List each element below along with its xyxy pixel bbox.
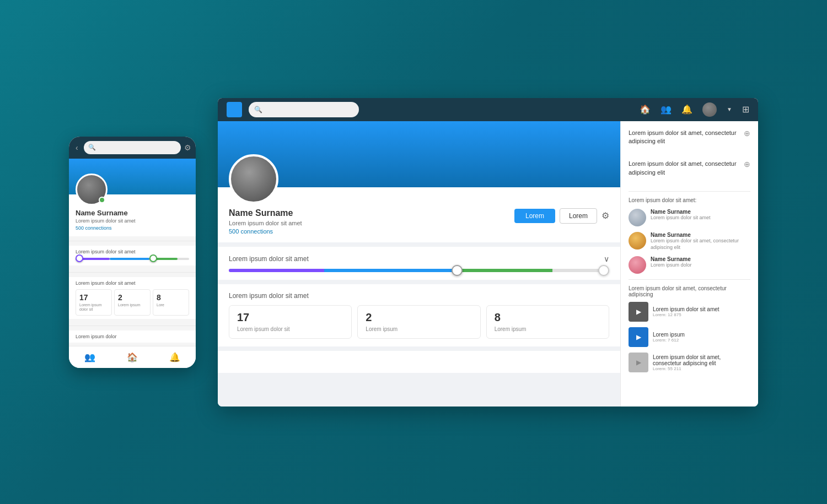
profile-cover-photo [218,121,620,187]
sidebar-person-avatar-2 [629,232,646,250]
sidebar-media-title-1: Lorem ipsum dolor sit amet [653,306,719,312]
mobile-slider-label: Lorem ipsum dolor sit amet [76,249,189,254]
desktop-dropdown-arrow[interactable]: ▼ [727,106,732,112]
scene: ‹ 🔍 ⚙ Name Surname Lorem ipsum dolor sit… [69,98,758,407]
sidebar-media-row-2: ▶ Lorem ipsum Lorem: 7 612 [629,327,750,347]
sidebar-person-name-3: Name Surname [651,256,692,262]
mobile-divider-2 [69,272,196,273]
mobile-nav-home-icon[interactable]: 🏠 [127,352,138,362]
mobile-device: ‹ 🔍 ⚙ Name Surname Lorem ipsum dolor sit… [69,137,196,368]
desktop-search-input[interactable] [266,106,343,113]
mobile-stat-box-3: 8 Lore [153,289,189,316]
desktop-nav-right: 🏠 👥 🔔 ▼ ⊞ [640,102,749,117]
mobile-stats-label: Lorem ipsum dolor sit amet [76,280,189,286]
slider-fill-green [457,269,552,272]
desktop-search-bar[interactable]: 🔍 [249,102,359,117]
desktop-people-icon[interactable]: 👥 [660,104,672,115]
sidebar-person-row-1: Name Surname Lorem ipsum dolor sit amet [629,209,750,226]
profile-gear-button[interactable]: ⚙ [602,210,609,221]
sidebar-media-thumb-1[interactable]: ▶ [629,302,648,322]
mobile-slider-section: Lorem ipsum dolor sit amet [69,246,196,265]
stat-box-3: 8 Lorem ipsum [486,305,609,339]
sidebar-media-info-2: Lorem ipsum Lorem: 7 612 [653,332,685,343]
mobile-stat-box-2: 2 Lorem ipsum [114,289,151,316]
play-icon-2: ▶ [636,333,641,341]
mobile-footer-section: Lorem ipsum dolor [69,330,196,343]
stats-row: 17 Lorem ipsum dolor sit 2 Lorem ipsum 8… [229,305,609,339]
sidebar-media-thumb-2[interactable]: ▶ [629,327,648,347]
sidebar-plus-icon-2[interactable]: ⊕ [744,160,750,169]
desktop-logo[interactable] [227,102,242,117]
slider-thumb-mid[interactable] [452,265,463,276]
sidebar-item-text-2: Lorem ipsum dolor sit amet, consectetur … [629,160,740,177]
mobile-stat-box-1: 17 Lorem ipsum dolor sit [76,289,112,316]
profile-connections-link[interactable]: 500 connections [229,228,302,235]
sidebar-person-info-1: Name Surname Lorem ipsum dolor sit amet [651,209,711,221]
sidebar-person-name-1: Name Surname [651,209,711,215]
sidebar-plus-icon-1[interactable]: ⊕ [744,129,750,138]
mobile-profile-name: Name Surname [76,209,189,217]
sidebar-person-info-2: Name Surname Lorem ipsum dolor sit amet,… [651,232,750,251]
bottom-stub-section [218,351,620,373]
sidebar-item-text-1: Lorem ipsum dolor sit amet, consectetur … [629,129,740,146]
sidebar-divider-2 [629,279,750,280]
mobile-stats-row: 17 Lorem ipsum dolor sit 2 Lorem ipsum 8… [76,289,189,316]
sidebar-person-name-2: Name Surname [651,232,750,238]
stat-box-2: 2 Lorem ipsum [357,305,480,339]
mobile-stat-desc-2: Lorem ipsum [118,303,147,307]
mobile-profile-subtitle: Lorem ipsum dolor sit amet [76,218,189,224]
mobile-gear-icon[interactable]: ⚙ [184,143,191,152]
stat-desc-3: Lorem ipsum [495,326,601,333]
mobile-stat-desc-1: Lorem ipsum dolor sit [79,303,108,312]
profile-desc: Lorem ipsum dolor sit amet [229,220,302,226]
desktop-bell-icon[interactable]: 🔔 [681,104,692,115]
play-icon-3: ▶ [636,359,641,366]
slider-track[interactable] [229,269,609,272]
sidebar-section-title-1: Lorem ipsum dolor sit amet: [629,197,750,203]
mobile-search-bar[interactable]: 🔍 [84,141,181,154]
sidebar-person-row-2: Name Surname Lorem ipsum dolor sit amet,… [629,232,750,251]
profile-info: Name Surname Lorem ipsum dolor sit amet … [218,187,620,242]
slider-section: Lorem ipsum dolor sit amet ∨ [218,247,620,280]
sidebar-media-sub-2: Lorem: 7 612 [653,338,685,343]
mobile-slider-track[interactable] [76,258,189,260]
sidebar-person-desc-3: Lorem ipsum dolor [651,262,692,269]
sidebar-media-row-3: ▶ Lorem ipsum dolor sit amet, consectetu… [629,353,750,372]
sidebar-media-info-1: Lorem ipsum dolor sit amet Lorem: 12 875 [653,306,719,317]
slider-chevron-icon[interactable]: ∨ [604,254,609,263]
desktop-grid-icon[interactable]: ⊞ [742,104,749,115]
mobile-nav-bell-icon[interactable]: 🔔 [169,352,180,362]
sidebar-person-desc-1: Lorem ipsum dolor sit amet [651,215,711,221]
desktop-user-avatar[interactable] [702,102,717,117]
sidebar-person-row-3: Name Surname Lorem ipsum dolor [629,256,750,274]
mobile-online-indicator [99,197,105,203]
sidebar-item-row-1: Lorem ipsum dolor sit amet, consectetur … [629,129,750,154]
slider-label: Lorem ipsum dolor sit amet [229,255,309,263]
mobile-stat-num-3: 8 [157,293,185,302]
desktop-home-icon[interactable]: 🏠 [640,104,651,115]
mobile-slider-thumb-left[interactable] [76,254,83,262]
sidebar-media-thumb-3[interactable]: ▶ [629,353,648,372]
mobile-slider-fill-blue [110,258,149,260]
mobile-back-button[interactable]: ‹ [73,142,80,153]
sidebar-media-title-3: Lorem ipsum dolor sit amet, consectetur … [653,354,750,366]
sidebar-person-desc-2: Lorem ipsum dolor sit amet, consectetur … [651,238,750,251]
stat-num-3: 8 [495,311,601,324]
mobile-connections-link[interactable]: 500 connections [76,225,189,231]
mobile-stat-desc-3: Lore [157,303,185,307]
profile-message-button[interactable]: Lorem [560,208,597,224]
sidebar-item-row-2: Lorem ipsum dolor sit amet, consectetur … [629,160,750,185]
desktop-content: Name Surname Lorem ipsum dolor sit amet … [218,121,758,407]
desktop-search-icon: 🔍 [254,106,262,113]
sidebar-media-sub-1: Lorem: 12 875 [653,312,719,317]
stats-section: Lorem ipsum dolor sit amet 17 Lorem ipsu… [218,284,620,346]
profile-connect-button[interactable]: Lorem [514,209,555,223]
mobile-stat-num-1: 17 [79,293,108,302]
sidebar-media-sub-3: Lorem: 55 211 [653,366,750,371]
slider-thumb-right[interactable] [598,265,609,276]
stat-num-2: 2 [366,311,472,324]
profile-text: Name Surname Lorem ipsum dolor sit amet … [229,208,302,235]
sidebar-media-info-3: Lorem ipsum dolor sit amet, consectetur … [653,354,750,371]
mobile-nav-people-icon[interactable]: 👥 [84,352,95,362]
mobile-slider-thumb-right[interactable] [149,254,157,262]
